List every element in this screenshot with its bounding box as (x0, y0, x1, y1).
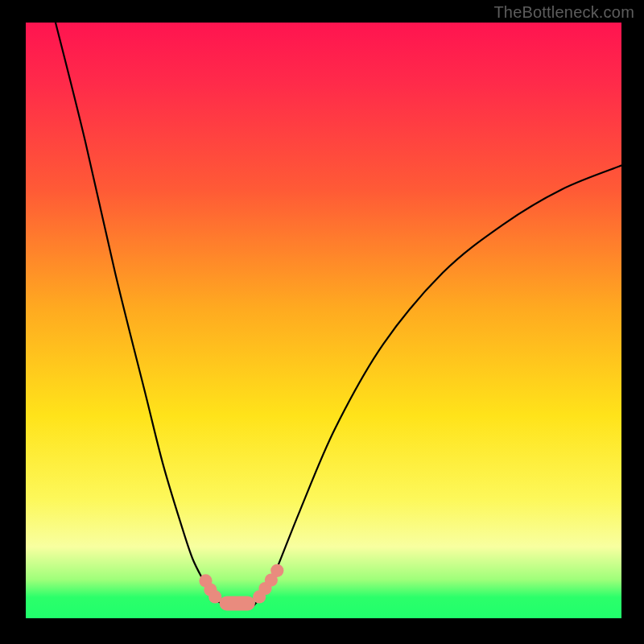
chart-svg (26, 23, 621, 618)
bottleneck-curve (56, 23, 621, 607)
marker-dot (208, 590, 221, 603)
plot-frame (26, 23, 621, 618)
marker-dot (270, 564, 283, 577)
chart-stage: TheBottleneck.com (0, 0, 644, 644)
marker-pill (220, 597, 255, 611)
watermark-label: TheBottleneck.com (493, 3, 634, 22)
curve-markers (199, 564, 283, 611)
